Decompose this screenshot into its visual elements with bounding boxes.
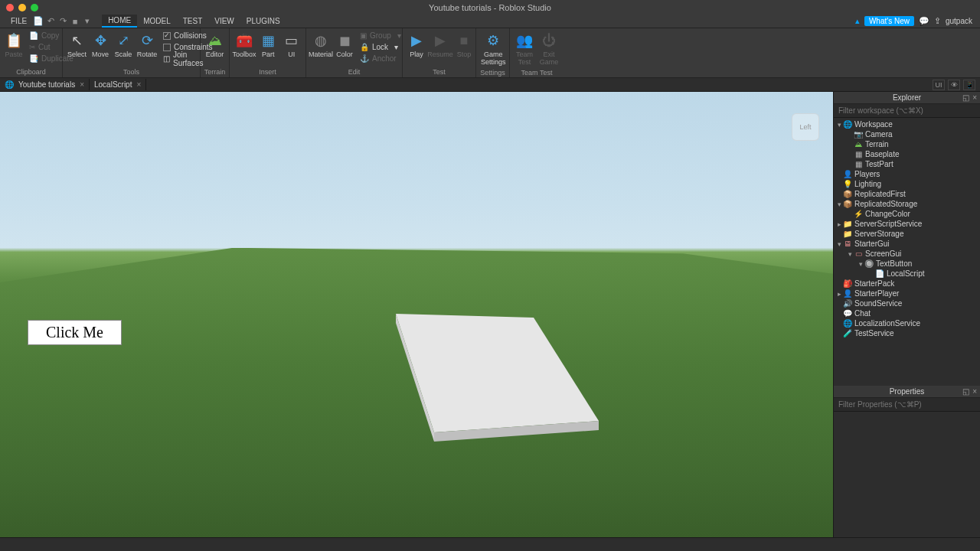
material-button[interactable]: ◍Material (309, 30, 332, 60)
tab-model[interactable]: MODEL (137, 15, 177, 27)
tree-localization[interactable]: 🌐LocalizationService (834, 318, 980, 328)
panel-close-icon[interactable]: × (972, 93, 977, 102)
redo-icon[interactable]: ↷ (57, 16, 68, 27)
tree-textbutton[interactable]: ▾🔘TextButton (834, 259, 980, 269)
replicated-icon: 📦 (843, 200, 852, 209)
panel-pop-icon[interactable]: ◱ (962, 387, 969, 396)
constraints-check-icon (163, 44, 171, 51)
panel-close-icon[interactable]: × (972, 387, 977, 396)
explorer-title: Explorer (893, 93, 921, 102)
ui-toggle-button[interactable]: UI (933, 80, 945, 90)
tree-serverstorage[interactable]: 📁ServerStorage (834, 229, 980, 239)
game-settings-button[interactable]: ⚙Game Settings (479, 30, 508, 68)
whats-new-button[interactable]: What's New (864, 16, 914, 26)
move-button[interactable]: ✥Move (90, 30, 111, 60)
explorer-filter-input[interactable] (834, 104, 980, 117)
toolbox-button[interactable]: 🧰Toolbox (233, 30, 256, 60)
properties-filter-input[interactable] (834, 398, 980, 411)
username-label[interactable]: gutpack (946, 17, 972, 25)
chevron-down-icon[interactable]: ▾ (857, 260, 864, 268)
properties-filter[interactable] (834, 398, 980, 412)
click-me-button[interactable]: Click Me (28, 320, 122, 345)
tree-testservice[interactable]: 🧪TestService (834, 328, 980, 338)
terrain-editor-button[interactable]: ⛰Editor (204, 30, 226, 60)
panel-pop-icon[interactable]: ◱ (962, 93, 969, 102)
tree-players[interactable]: 👤Players (834, 169, 980, 179)
notifications-icon[interactable]: 💬 (919, 16, 929, 26)
tab-view[interactable]: VIEW (208, 15, 240, 27)
teamtest-label: Team Test (516, 51, 533, 67)
view-cube[interactable]: Left (792, 113, 819, 141)
rotate-label: Rotate (137, 51, 158, 59)
tree-soundservice[interactable]: 🔊SoundService (834, 298, 980, 308)
device-icon[interactable]: 📱 (963, 80, 975, 90)
part-icon: ▦ (854, 160, 863, 169)
chevron-down-icon[interactable]: ▾ (835, 201, 843, 208)
chevron-down-icon[interactable]: ▾ (835, 240, 843, 248)
explorer-filter[interactable] (834, 104, 980, 118)
paste-button[interactable]: 📋 Paste (3, 30, 24, 60)
share-icon[interactable]: ⇪ (934, 16, 941, 26)
anchor-button[interactable]: ⚓Anchor (357, 53, 404, 64)
tree-testpart[interactable]: ▦TestPart (834, 159, 980, 169)
tree-localscript[interactable]: 📄LocalScript (834, 269, 980, 279)
doctab-place[interactable]: 🌐Youtube tutorials× (0, 79, 90, 90)
tab-home[interactable]: HOME (102, 15, 137, 28)
tree-serverscriptservice[interactable]: ▸📁ServerScriptService (834, 219, 980, 229)
tree-workspace[interactable]: ▾🌐Workspace (834, 119, 980, 129)
tab-test[interactable]: TEST (177, 15, 209, 27)
ribbon-group-teamtest: 👥Team Test ⏻Exit Game Team Test (510, 28, 564, 77)
tree-replicatedfirst[interactable]: 📦ReplicatedFirst (834, 189, 980, 199)
close-window-button[interactable] (6, 4, 14, 11)
close-icon[interactable]: × (80, 80, 84, 89)
chevron-down-icon[interactable]: ▾ (835, 121, 843, 129)
terrain-icon: ⛰ (206, 31, 224, 50)
ui-button[interactable]: ▭UI (281, 30, 303, 60)
tree-baseplate[interactable]: ▦Baseplate (834, 149, 980, 159)
chevron-right-icon[interactable]: ▸ (835, 290, 843, 298)
explorer-tree: ▾🌐Workspace 📷Camera ⛰Terrain ▦Baseplate … (834, 118, 980, 386)
minimize-window-button[interactable] (18, 4, 26, 11)
properties-header: Properties ◱× (834, 386, 980, 398)
tree-camera[interactable]: 📷Camera (834, 129, 980, 139)
window-title: Youtube tutorials - Roblox Studio (429, 3, 551, 12)
group-button[interactable]: ▣Group▾ (357, 30, 404, 41)
visibility-icon[interactable]: 👁 (948, 80, 960, 90)
remote-icon: ⚡ (854, 210, 863, 219)
lock-label: Lock (372, 43, 388, 51)
localscript-icon: 📄 (875, 269, 884, 279)
color-button[interactable]: ◼Color (334, 30, 355, 60)
viewport-3d[interactable]: Click Me Left (0, 92, 833, 537)
tree-replicatedstorage[interactable]: ▾📦ReplicatedStorage (834, 199, 980, 209)
exit-icon: ⏻ (540, 31, 558, 50)
ribbon: 📋 Paste 📄Copy ✂Cut 📑Duplicate Clipboard … (0, 28, 980, 78)
tree-screengui[interactable]: ▾▭ScreenGui (834, 249, 980, 259)
select-button[interactable]: ↖Select (66, 30, 88, 60)
tree-lighting[interactable]: 💡Lighting (834, 179, 980, 189)
qat-open-icon[interactable]: 📄 (33, 16, 44, 27)
qat-save-icon[interactable]: ■ (70, 16, 80, 27)
tree-chat[interactable]: 💬Chat (834, 308, 980, 318)
part-button[interactable]: ▦Part (257, 30, 279, 60)
close-icon[interactable]: × (136, 80, 141, 89)
tree-starterplayer[interactable]: ▸👤StarterPlayer (834, 289, 980, 298)
chevron-down-icon[interactable]: ▾ (846, 250, 854, 258)
maximize-window-button[interactable] (31, 4, 38, 11)
tab-plugins[interactable]: PLUGINS (240, 15, 286, 27)
qat-more-icon[interactable]: ▾ (82, 16, 93, 27)
terrain-group-label: Terrain (204, 67, 226, 76)
lock-button[interactable]: 🔒Lock▾ (357, 41, 404, 53)
undo-icon[interactable]: ↶ (45, 16, 56, 27)
lock-icon: 🔒 (360, 43, 369, 51)
play-button[interactable]: ▶Play (406, 30, 427, 60)
globe-icon: 🌐 (843, 120, 852, 129)
tree-startergui[interactable]: ▾🖥StarterGui (834, 239, 980, 249)
chevron-right-icon[interactable]: ▸ (835, 220, 843, 228)
file-menu[interactable]: FILE (5, 15, 33, 27)
rotate-button[interactable]: ⟳Rotate (136, 30, 158, 60)
doctab-script[interactable]: LocalScript× (90, 79, 146, 90)
tree-terrain[interactable]: ⛰Terrain (834, 139, 980, 149)
tree-changecolor[interactable]: ⚡ChangeColor (834, 209, 980, 219)
scale-button[interactable]: ⤢Scale (113, 30, 134, 60)
tree-starterpack[interactable]: 🎒StarterPack (834, 279, 980, 289)
